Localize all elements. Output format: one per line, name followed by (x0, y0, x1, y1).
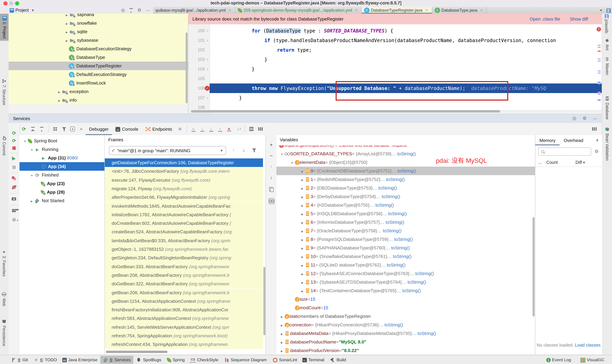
variable-row-2[interactable]: 2 = {DB2DatabaseType@5753} … toString() (276, 184, 535, 192)
memory-col-diff[interactable]: Diff (576, 160, 582, 165)
filter-icon[interactable] (61, 126, 67, 132)
line-number[interactable]: 100 (188, 26, 205, 36)
variable-row-9[interactable]: 9 = {SAPHANADatabaseType@5760} … toStrin… (276, 244, 535, 252)
stripe-bean-validation[interactable]: Bean Validation (604, 127, 610, 161)
tab-overhead[interactable]: Overhead (560, 135, 587, 145)
error-indicator-icon[interactable]: ! (597, 27, 601, 31)
tostring-link[interactable]: … toString() (388, 237, 413, 242)
editor-hscrollbar[interactable] (188, 110, 602, 113)
variable-row-5[interactable]: 5 = {HSQLDBDatabaseType@5756} … toString… (276, 209, 535, 218)
hide-library-frames-icon[interactable] (251, 147, 257, 153)
statusbar-visualgc[interactable]: VisualGC (577, 356, 607, 364)
project-tree-scrollbar[interactable] (186, 32, 188, 103)
evaluate-table-icon[interactable] (248, 126, 254, 132)
load-classes-link[interactable]: Load classes (575, 342, 600, 348)
tostring-link[interactable]: … toString() (409, 271, 434, 276)
tostring-link[interactable]: … toString() (385, 245, 410, 250)
variable-row-11[interactable]: 11 = {SQLiteD atabaseType@5762} … toStri… (276, 261, 535, 269)
collapse-all-icon[interactable] (39, 126, 44, 132)
project-tree-item-snowflake[interactable]: snowflake (9, 19, 188, 27)
close-tab-icon[interactable] (354, 8, 359, 13)
fold-marker-icon[interactable]: ∧ (205, 64, 210, 74)
expand-chevron-icon[interactable] (279, 322, 285, 327)
editor-tab-4[interactable]: DatabaseType.java (432, 7, 487, 14)
project-tree-item-info[interactable]: info (9, 96, 188, 104)
collapse-chevron-icon[interactable] (29, 172, 35, 178)
collapse-chevron-icon[interactable] (279, 151, 285, 156)
step-out-icon[interactable] (217, 126, 223, 132)
rerun-icon[interactable] (11, 130, 17, 136)
variable-row-10[interactable]: 10 = {SnowflakeDatabaseType@5761} … toSt… (276, 252, 535, 261)
expand-chevron-icon[interactable] (279, 339, 285, 345)
variable-row-1[interactable]: 1 = {RedshiftDatabaseType@5752} … toStri… (276, 175, 535, 184)
stripe-2-favorites[interactable]: 2: Favorites (1, 249, 7, 276)
stack-frame-11[interactable]: getSingleton:234, DefaultSingletonBeanRe… (105, 254, 263, 262)
stripe-commit[interactable]: Commit (1, 135, 7, 156)
project-pane-title[interactable]: Project (15, 8, 29, 13)
collapse-all-icon[interactable] (128, 8, 134, 13)
memory-search-input[interactable] (538, 147, 591, 156)
expand-chevron-icon[interactable] (279, 313, 285, 319)
stack-frame-18[interactable]: refresh:583, AbstractApplicationContext … (105, 314, 263, 323)
hotswap-icon[interactable] (11, 138, 17, 143)
tostring-link[interactable]: … toString() (369, 203, 394, 208)
step-into-icon[interactable] (200, 126, 205, 132)
stack-frame-12[interactable]: doGetBean:333, AbstractBeanFactory (org.… (105, 262, 263, 271)
stack-frame-7[interactable]: doCreateBean:602, AbstractAutowireCapabl… (105, 219, 263, 228)
statusbar-java-enterprise[interactable]: Java Enterprise (60, 356, 100, 364)
debugger-settings-icon[interactable] (11, 217, 17, 223)
service-spring-boot[interactable]: Spring Boot (20, 136, 107, 145)
statusbar-sonarlint[interactable]: SonarLint (270, 356, 300, 364)
stack-frame-17[interactable]: finishBeanFactoryInitialization:908, Abs… (105, 306, 263, 314)
variable-row-14[interactable]: 14 = {TestContainersDatabaseType@5765} …… (276, 286, 535, 295)
variable-row-static[interactable]: static members of DatabaseTypeRegister (276, 312, 535, 321)
line-number[interactable]: 104 (188, 64, 205, 74)
group-by-icon[interactable] (52, 126, 58, 132)
line-number[interactable]: 106 (188, 83, 205, 93)
expand-chevron-icon[interactable] (300, 185, 305, 191)
tab-debugger[interactable]: Debugger (86, 123, 112, 135)
drop-frame-icon[interactable] (226, 126, 232, 132)
show-watches-icon[interactable] (269, 198, 275, 204)
expand-chevron-icon[interactable] (300, 245, 305, 251)
project-tree-item-sqlite[interactable]: sqlite (9, 27, 188, 36)
expand-chevron-icon[interactable] (300, 279, 305, 285)
stack-frame-8[interactable]: createBean:524, AbstractAutowireCapableB… (105, 228, 263, 236)
locate-icon[interactable] (571, 116, 577, 121)
frames-hscrollbar[interactable] (106, 351, 167, 353)
frame-down-icon[interactable] (241, 147, 246, 153)
force-step-into-icon[interactable] (208, 126, 214, 132)
remove-watch-icon[interactable] (269, 153, 274, 158)
stack-frame-0[interactable]: getDatabaseTypeForConnection:106, Databa… (105, 158, 263, 167)
variable-row-SORTED_DATABASE_TYPES[interactable]: SORTED_DATABASE_TYPES = {ArrayList@5739}… (276, 150, 535, 158)
project-tree-item-saphana[interactable]: saphana (9, 14, 188, 19)
stack-frame-3[interactable]: migrate:124, Flyway (org.flywaydb.core) (105, 184, 263, 193)
fold-marker-icon[interactable]: ∨ (205, 36, 210, 45)
expand-chevron-icon[interactable] (300, 202, 305, 208)
code-line-101[interactable]: 101∨if (type.handlesDatabaseProductNameA… (188, 36, 602, 45)
variable-row-3[interactable]: 3 = {DerbyDatabaseType@5754} … toString(… (276, 192, 535, 201)
project-tree-item-exception[interactable]: exception (9, 87, 188, 96)
stack-frame-6[interactable]: initializeBean:1782, AbstractAutowireCap… (105, 210, 263, 219)
stack-frame-16[interactable]: getBean:1154, AbstractApplicationContext… (105, 297, 263, 306)
code-line-102[interactable]: 102return type; (188, 45, 602, 55)
editor-tab-3[interactable]: DatabaseTypeRegister.java (362, 7, 432, 14)
project-tree-item-DatabaseExecutionStrategy[interactable]: DatabaseExecutionStrategy (9, 44, 188, 53)
line-number[interactable]: 102 (188, 45, 205, 55)
thread-dump-icon[interactable] (11, 196, 17, 201)
duplicate-watch-icon[interactable] (269, 186, 274, 192)
tostring-link[interactable]: … toString() (387, 254, 411, 259)
service-running[interactable]: Running (20, 145, 114, 154)
variable-row-8[interactable]: 8 = {PostgreSQLDatabaseType@5759} … toSt… (276, 235, 535, 244)
breakpoint-icon[interactable]: ✓ (205, 86, 210, 91)
variable-row-6[interactable]: 6 = {InformixDatabaseType@5757} … toStri… (276, 218, 535, 226)
collapse-chevron-icon[interactable] (22, 138, 28, 143)
close-tab-icon[interactable] (479, 8, 484, 13)
stack-frame-4[interactable]: afterPropertiesSet:66, FlywayMigrationIn… (105, 193, 263, 202)
variable-row-0[interactable]: 0 = {CockroachDBDatabaseType@5751} … toS… (276, 167, 535, 175)
close-tab-icon[interactable] (227, 8, 232, 13)
collapse-chevron-icon[interactable] (289, 160, 295, 165)
variable-row-databaseProductName[interactable]: databaseProductName = "MySQL 8.0" (276, 338, 535, 346)
line-number[interactable]: 103 (188, 55, 205, 64)
fold-marker-icon[interactable]: ∨ (205, 26, 210, 36)
